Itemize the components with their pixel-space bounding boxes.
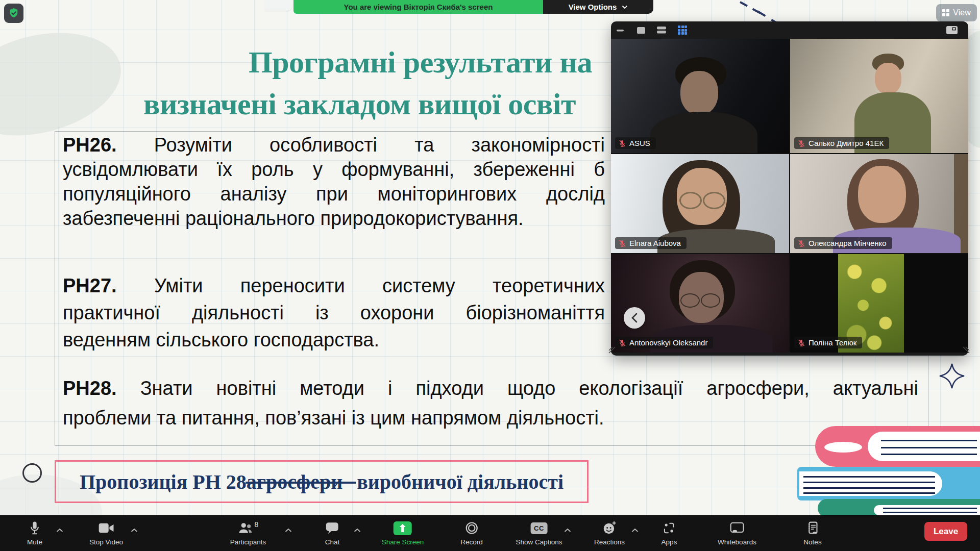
notes-label: Notes — [803, 538, 821, 546]
hidden-bar-stub — [265, 0, 292, 11]
chat-options-chevron[interactable] — [354, 525, 361, 535]
leave-button[interactable]: Leave — [924, 522, 967, 541]
whiteboards-label: Whiteboards — [718, 538, 756, 546]
show-captions-button[interactable]: CC Show Captions — [516, 520, 562, 546]
show-captions-label: Show Captions — [516, 538, 562, 546]
participants-button[interactable]: 8 Participants — [230, 520, 266, 546]
smiley-plus-icon — [602, 521, 617, 535]
cc-icon: CC — [531, 522, 548, 534]
text-line: популяційного аналізу при моніторингових… — [63, 182, 605, 206]
notes-button[interactable]: Notes — [803, 520, 821, 546]
proposal-box: Пропозиція РН 28 агросферивиробничої дія… — [55, 460, 589, 503]
video-tile[interactable]: ASUS — [611, 39, 789, 153]
chevron-left-icon — [630, 313, 639, 323]
text-run: Знати новітні методи і підходи щодо екол… — [140, 378, 918, 399]
chat-bubble-icon — [326, 522, 339, 534]
participant-name: ASUS — [629, 139, 650, 147]
rn26-label: РН26. — [63, 134, 117, 156]
text-line: усвідомлювати їх роль у формуванні, збер… — [63, 157, 605, 182]
microphone-icon — [28, 521, 41, 535]
muted-mic-icon — [618, 339, 626, 347]
book-illustration-teal — [818, 499, 980, 517]
view-button-label: View — [953, 8, 970, 17]
text-line: практичної діяльності із охорони біорізн… — [63, 299, 605, 327]
view-options-button[interactable]: View Options — [543, 0, 653, 14]
video-tile[interactable]: Олександра Мінченко — [790, 154, 968, 253]
text-line: РН26. Розуміти особливості та закономірн… — [63, 133, 605, 157]
rn28-label: РН28. — [63, 378, 117, 399]
view-button[interactable]: View — [936, 4, 977, 21]
participant-name-tag: Салько Дмитро 41ЕК — [794, 137, 889, 149]
strip-view-icon[interactable] — [656, 21, 667, 39]
chevron-down-icon — [622, 5, 628, 9]
minimize-icon[interactable] — [615, 21, 625, 39]
mute-options-chevron[interactable] — [56, 525, 64, 535]
paragraph-rn26: РН26. Розуміти особливості та закономірн… — [63, 133, 605, 231]
participant-name-tag: Antonovskyi Oleksandr — [615, 337, 713, 348]
record-circle-icon — [465, 521, 478, 535]
participant-name: Салько Дмитро 41ЕК — [808, 139, 884, 147]
shield-check-icon — [8, 7, 20, 19]
share-screen-label: Share Screen — [382, 538, 424, 546]
book-illustration-blue — [797, 467, 980, 500]
speaker-view-icon[interactable] — [635, 21, 647, 39]
whiteboards-button[interactable]: Whiteboards — [718, 520, 756, 546]
apps-icon — [663, 521, 676, 535]
participants-label: Participants — [230, 538, 266, 546]
slide-title-line2: визначені закладом вищої освіт — [143, 87, 576, 122]
reactions-label: Reactions — [594, 538, 625, 546]
previous-page-button[interactable] — [624, 307, 645, 329]
video-tile[interactable]: Elnara Aiubova — [611, 154, 789, 253]
participant-name: Antonovskyi Oleksandr — [629, 338, 707, 347]
participant-name-tag: Поліна Телюк — [794, 337, 862, 348]
zoom-meeting-window: Програмні результати на визначені заклад… — [0, 0, 980, 551]
share-screen-button[interactable]: Share Screen — [382, 520, 424, 546]
video-tile[interactable]: Салько Дмитро 41ЕК — [790, 39, 968, 153]
muted-mic-icon — [618, 239, 626, 247]
circle-decoration — [22, 463, 42, 483]
book-label-oval — [824, 442, 862, 453]
muted-mic-icon — [797, 139, 805, 147]
captions-options-chevron[interactable] — [564, 525, 572, 535]
text-line: РН27. Уміти переносити систему теоретичн… — [63, 272, 605, 299]
participant-name: Поліна Телюк — [808, 338, 856, 347]
apps-button[interactable]: Apps — [662, 520, 677, 546]
participants-count-badge: 8 — [255, 520, 259, 529]
meeting-security-badge[interactable] — [4, 4, 23, 23]
chat-button[interactable]: Chat — [325, 520, 340, 546]
participant-name-tag: Олександра Мінченко — [794, 237, 892, 249]
apps-label: Apps — [662, 538, 677, 546]
video-gallery-panel: ASUS Салько Дмитро 41ЕК — [611, 21, 968, 356]
gallery-view-icon[interactable] — [676, 21, 689, 39]
reactions-options-chevron[interactable] — [631, 525, 639, 535]
share-up-arrow-icon — [394, 521, 412, 535]
proposal-strikethrough: агросфери — [247, 470, 342, 494]
book-pages — [868, 432, 980, 461]
text-line: забезпеченні раціонального природокорист… — [63, 206, 605, 231]
resize-handle-bottom-right[interactable] — [962, 346, 970, 354]
mute-button[interactable]: Mute — [27, 520, 42, 546]
stop-video-button[interactable]: Stop Video — [89, 520, 123, 546]
rn27-label: РН27. — [63, 275, 117, 296]
view-grid-icon — [942, 9, 949, 16]
video-tile[interactable]: Antonovskyi Oleksandr — [611, 254, 789, 353]
book-spine — [955, 467, 980, 500]
video-tile[interactable]: Поліна Телюк — [790, 254, 968, 353]
record-button[interactable]: Record — [460, 520, 483, 546]
popout-icon[interactable] — [945, 21, 959, 39]
video-options-chevron[interactable] — [131, 525, 138, 535]
text-line: проблеми та питання, пов’язані із цим на… — [63, 403, 918, 433]
record-label: Record — [460, 538, 483, 546]
muted-mic-icon — [618, 139, 626, 147]
camera-icon — [99, 522, 114, 534]
resize-handle-bottom-left[interactable] — [608, 346, 616, 354]
book-pages — [874, 505, 980, 515]
video-panel-header — [611, 21, 968, 39]
text-line: РН28. Знати новітні методи і підходи щод… — [63, 373, 918, 403]
reactions-button[interactable]: Reactions — [594, 520, 625, 546]
chat-label: Chat — [325, 538, 340, 546]
participants-options-chevron[interactable] — [285, 525, 292, 535]
screen-share-banner: You are viewing Вікторія Скиба's screen — [293, 0, 543, 14]
sparkle-star-icon — [938, 362, 966, 390]
video-grid: ASUS Салько Дмитро 41ЕК — [611, 39, 968, 352]
